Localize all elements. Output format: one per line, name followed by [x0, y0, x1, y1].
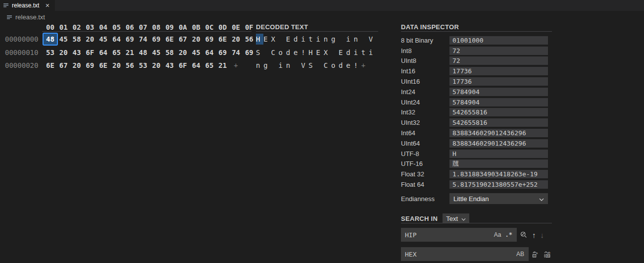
decoded-char-cell[interactable]: i	[279, 60, 286, 71]
inspector-value[interactable]: 542655816	[449, 108, 548, 116]
decoded-char-cell[interactable]: d	[339, 60, 346, 71]
hex-byte-cell[interactable]: 45	[149, 47, 163, 58]
hex-byte-cell[interactable]: 20	[70, 60, 84, 71]
decoded-char-cell[interactable]: e	[346, 60, 353, 71]
inspector-value[interactable]: 8388346029012436296	[449, 139, 548, 148]
previous-match-icon[interactable]: ↑	[532, 231, 536, 239]
search-mode-select[interactable]: Text	[443, 213, 469, 223]
decoded-char-cell[interactable]: C	[324, 60, 331, 71]
hex-byte-cell[interactable]: 69	[203, 34, 216, 45]
decoded-char-cell[interactable]: e	[294, 47, 301, 58]
hex-byte-cell[interactable]: 45	[97, 34, 110, 45]
decoded-char-cell[interactable]: X	[324, 47, 331, 58]
hex-byte-cell[interactable]: 64	[190, 60, 203, 71]
hex-byte-cell[interactable]: 20	[110, 60, 123, 71]
decoded-char-cell[interactable]: X	[271, 34, 278, 45]
decoded-char-cell[interactable]: o	[279, 47, 286, 58]
decoded-char-cell[interactable]: t	[308, 34, 316, 45]
decoded-char-cell[interactable]: E	[339, 47, 346, 58]
hex-byte-cell[interactable]: 74	[137, 34, 150, 45]
inspector-value[interactable]: 1.8318834903418263e-19	[449, 170, 548, 178]
hex-byte-cell[interactable]: 20	[229, 34, 243, 45]
inspector-value[interactable]: 5.817519021380557e+252	[449, 180, 548, 189]
inspector-value[interactable]: H	[449, 150, 548, 158]
hex-byte-cell[interactable]: 69	[83, 60, 97, 71]
hex-byte-cell[interactable]: 58	[70, 34, 84, 45]
add-char-cell[interactable]: +	[361, 60, 369, 71]
replace-icon[interactable]: b c	[532, 251, 539, 258]
hex-byte-cell[interactable]: 21	[123, 47, 137, 58]
decoded-char-cell[interactable]: n	[324, 34, 331, 45]
hex-byte-cell[interactable]: 56	[243, 34, 256, 45]
decoded-char-cell[interactable]	[294, 60, 301, 71]
hex-byte-cell[interactable]: 6E	[216, 34, 229, 45]
hex-byte-cell[interactable]: 65	[203, 60, 216, 71]
decoded-char-cell[interactable]	[271, 60, 278, 71]
search-stop-icon[interactable]	[520, 231, 528, 239]
decoded-char-cell[interactable]: !	[301, 47, 308, 58]
decoded-char-cell[interactable]	[279, 34, 286, 45]
next-match-icon[interactable]: ↓	[541, 231, 545, 239]
hex-byte-cell[interactable]: 48	[137, 47, 150, 58]
match-case-icon[interactable]: Aa	[492, 231, 503, 239]
decoded-char-cell[interactable]: H	[256, 34, 263, 45]
tab-release-txt[interactable]: release.txt ✕	[0, 0, 55, 11]
decoded-char-cell[interactable]: S	[256, 47, 263, 58]
hex-byte-cell[interactable]: 6E	[97, 60, 110, 71]
inspector-value[interactable]: 5784904	[449, 88, 548, 96]
inspector-value[interactable]: 17736	[449, 77, 548, 86]
hex-byte-cell[interactable]: 6F	[83, 47, 97, 58]
decoded-char-cell[interactable]: t	[361, 47, 369, 58]
decoded-char-cell[interactable]: o	[331, 60, 339, 71]
decoded-char-cell[interactable]: V	[369, 34, 376, 45]
hex-byte-cell[interactable]: 53	[137, 60, 150, 71]
decoded-char-cell[interactable]: H	[308, 47, 316, 58]
hex-byte-cell[interactable]: 69	[243, 47, 256, 58]
decoded-char-cell[interactable]: d	[294, 34, 301, 45]
decoded-char-cell[interactable]	[263, 47, 271, 58]
decoded-char-cell[interactable]: E	[286, 34, 294, 45]
hex-byte-cell[interactable]: 64	[110, 34, 123, 45]
inspector-value[interactable]: 17736	[449, 67, 548, 75]
hex-byte-cell[interactable]: 64	[97, 47, 110, 58]
decoded-char-cell[interactable]: n	[286, 60, 294, 71]
decoded-char-cell[interactable]	[361, 34, 369, 45]
hex-byte-cell[interactable]: 48	[44, 34, 57, 45]
decoded-char-cell[interactable]: V	[301, 60, 308, 71]
close-icon[interactable]: ✕	[45, 2, 50, 9]
hex-byte-cell[interactable]: 74	[229, 47, 243, 58]
inspector-value[interactable]: 01001000	[449, 36, 548, 45]
regex-icon[interactable]: .*	[503, 231, 514, 239]
decoded-char-cell[interactable]: i	[353, 47, 361, 58]
hex-byte-cell[interactable]: 65	[110, 47, 123, 58]
hex-byte-cell[interactable]: 43	[163, 60, 176, 71]
hex-byte-cell[interactable]: 67	[176, 34, 190, 45]
inspector-value[interactable]: 542655816	[449, 118, 548, 127]
hex-byte-cell[interactable]: 6E	[163, 34, 176, 45]
decoded-char-cell[interactable]: i	[369, 47, 376, 58]
hex-byte-cell[interactable]: 20	[83, 34, 97, 45]
hex-byte-cell[interactable]: 64	[203, 47, 216, 58]
decoded-char-cell[interactable]: E	[316, 47, 324, 58]
hex-byte-cell[interactable]: 6F	[176, 60, 190, 71]
hex-byte-cell[interactable]: 45	[190, 47, 203, 58]
replace-input[interactable]: HEX AB	[401, 247, 529, 261]
decoded-char-cell[interactable]: g	[331, 34, 339, 45]
decoded-char-cell[interactable]: i	[301, 34, 308, 45]
hex-byte-cell[interactable]: 20	[190, 34, 203, 45]
hex-byte-cell[interactable]: 69	[149, 34, 163, 45]
decoded-char-cell[interactable]: d	[286, 47, 294, 58]
preserve-case-icon[interactable]: AB	[514, 250, 526, 258]
inspector-value[interactable]: 8388346029012436296	[449, 129, 548, 137]
hex-byte-cell[interactable]: 53	[44, 47, 57, 58]
hex-byte-cell[interactable]: 20	[176, 47, 190, 58]
hex-byte-cell[interactable]: 69	[216, 47, 229, 58]
decoded-char-cell[interactable]: n	[256, 60, 263, 71]
add-byte-cell[interactable]: +	[229, 60, 243, 71]
decoded-char-cell[interactable]: !	[353, 60, 361, 71]
replace-all-icon[interactable]: ab ac	[544, 251, 551, 258]
inspector-value[interactable]: 5784904	[449, 98, 548, 106]
decoded-char-cell[interactable]	[316, 60, 324, 71]
search-input[interactable]: HIP Aa .*	[401, 228, 517, 242]
decoded-char-cell[interactable]: g	[263, 60, 271, 71]
